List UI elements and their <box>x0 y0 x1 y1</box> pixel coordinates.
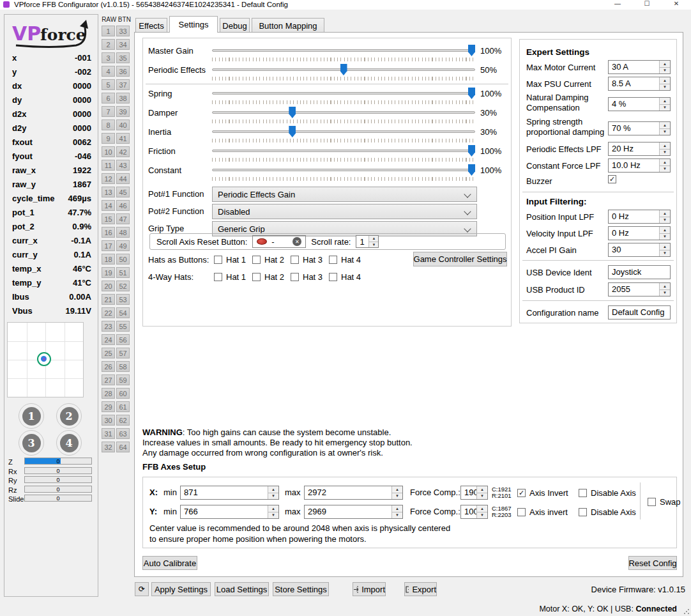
checkbox[interactable] <box>329 256 337 264</box>
slider-damper-handle[interactable] <box>289 107 296 118</box>
four-way-hats-hat-2[interactable]: Hat 2 <box>252 272 284 282</box>
spin-up-icon[interactable]: ▲ <box>660 243 670 250</box>
four-way-hats-hat-1[interactable]: Hat 1 <box>214 272 246 282</box>
spin-down-icon[interactable]: ▼ <box>477 512 487 519</box>
slider-constant-track[interactable] <box>212 169 475 171</box>
slider-spring-handle[interactable] <box>468 88 475 99</box>
spin-up-icon[interactable]: ▲ <box>660 227 670 234</box>
auto-calibrate-button[interactable]: Auto Calibrate <box>142 556 197 570</box>
spin-up-icon[interactable]: ▲ <box>660 122 670 129</box>
axis-y-max-spinbox[interactable]: 2969▲▼ <box>304 505 403 519</box>
spin-down-icon[interactable]: ▼ <box>392 493 402 500</box>
natural-damping-spinbox[interactable]: 4 %▲▼ <box>608 97 671 111</box>
spin-up-icon[interactable]: ▲ <box>660 210 670 217</box>
slider-master-gain-track[interactable] <box>212 49 475 52</box>
checkbox[interactable] <box>648 498 656 506</box>
periodic-effects-lpf-spinbox[interactable]: 20 Hz▲▼ <box>608 142 671 156</box>
scroll-axis-assignment[interactable]: -✕ <box>252 235 306 248</box>
hats-as-buttons-hat-3[interactable]: Hat 3 <box>291 254 323 265</box>
configuration-name-input[interactable]: Default Config <box>608 305 671 320</box>
hats-as-buttons-hat-4[interactable]: Hat 4 <box>329 254 361 265</box>
store-settings-button[interactable]: Store Settings <box>273 582 329 596</box>
spin-up-icon[interactable]: ▲ <box>477 486 487 493</box>
spin-up-icon[interactable]: ▲ <box>392 486 402 493</box>
velocity-input-lpf-spinbox[interactable]: 0 Hz▲▼ <box>608 226 671 240</box>
spin-up-icon[interactable]: ▲ <box>392 505 402 512</box>
spin-down-icon[interactable]: ▼ <box>268 493 278 500</box>
load-settings-button[interactable]: Load Settings <box>215 582 269 596</box>
spin-up-icon[interactable]: ▲ <box>268 486 278 493</box>
spin-up-icon[interactable]: ▲ <box>660 159 670 166</box>
spin-up-icon[interactable]: ▲ <box>268 505 278 512</box>
slider-inertia-handle[interactable] <box>289 126 296 137</box>
four-way-hats-hat-4[interactable]: Hat 4 <box>329 272 361 282</box>
slider-damper-track[interactable] <box>212 111 475 114</box>
checkbox[interactable] <box>291 273 299 281</box>
spin-down-icon[interactable]: ▼ <box>369 242 378 248</box>
game-controller-settings-button[interactable]: Game Controller Settings <box>413 252 507 266</box>
checkbox[interactable] <box>252 273 261 281</box>
axis-x-disable-checkbox[interactable]: Disable Axis <box>579 488 636 498</box>
axis-x-max-spinbox[interactable]: 2972▲▼ <box>304 486 403 500</box>
checkbox[interactable] <box>291 256 299 264</box>
spin-down-icon[interactable]: ▼ <box>477 493 487 500</box>
spin-down-icon[interactable]: ▼ <box>660 217 670 224</box>
usb-device-ident-input[interactable]: Joystick <box>608 265 671 279</box>
clear-assignment-icon[interactable]: ✕ <box>292 237 301 246</box>
tab-debug[interactable]: Debug <box>220 18 250 33</box>
checkbox[interactable] <box>579 489 587 497</box>
axis-x-invert-checkbox[interactable]: ✓Axis Invert <box>517 488 568 498</box>
buzzer-checkbox[interactable]: ✓ <box>608 175 616 183</box>
spin-down-icon[interactable]: ▼ <box>660 129 670 135</box>
checkbox[interactable] <box>579 508 587 516</box>
spin-down-icon[interactable]: ▼ <box>660 250 670 257</box>
close-button[interactable]: ✕ <box>662 0 691 10</box>
tab-settings[interactable]: Settings <box>169 16 218 33</box>
checkbox[interactable] <box>329 273 337 281</box>
hats-as-buttons-hat-1[interactable]: Hat 1 <box>214 254 246 265</box>
tab-button-mapping[interactable]: Button Mapping <box>252 18 324 33</box>
spin-down-icon[interactable]: ▼ <box>660 290 670 296</box>
axis-y-force-comp-spinbox[interactable]: 100▲▼ <box>460 505 488 519</box>
spin-down-icon[interactable]: ▼ <box>660 84 670 91</box>
spin-down-icon[interactable]: ▼ <box>392 512 402 519</box>
spin-up-icon[interactable]: ▲ <box>477 505 487 512</box>
position-input-lpf-spinbox[interactable]: 0 Hz▲▼ <box>608 210 671 224</box>
accel-pi-gain-spinbox[interactable]: 30▲▼ <box>608 243 671 257</box>
checkbox[interactable]: ✓ <box>517 489 526 497</box>
export-button[interactable]: Export <box>404 582 437 596</box>
max-psu-current-spinbox[interactable]: 8.5 A▲▼ <box>608 77 671 91</box>
slider-periodic-effects-handle[interactable] <box>340 64 347 75</box>
spin-down-icon[interactable]: ▼ <box>660 105 670 111</box>
axis-x-min-spinbox[interactable]: 871▲▼ <box>180 486 279 500</box>
apply-settings-button[interactable]: Apply Settings <box>151 582 211 596</box>
resize-grip[interactable] <box>683 608 690 615</box>
spin-down-icon[interactable]: ▼ <box>660 234 670 240</box>
maximize-button[interactable]: ☐ <box>632 0 662 10</box>
tab-effects[interactable]: Effects <box>135 18 167 33</box>
checkbox[interactable] <box>252 256 261 264</box>
slider-constant-handle[interactable] <box>468 164 475 176</box>
scroll-rate-spinbox[interactable]: 1▲▼ <box>356 235 379 248</box>
reset-config-button[interactable]: Reset Config <box>628 556 677 570</box>
minimize-button[interactable]: — <box>603 0 632 10</box>
four-way-hats-hat-3[interactable]: Hat 3 <box>291 272 323 282</box>
spin-down-icon[interactable]: ▼ <box>268 512 278 519</box>
spin-up-icon[interactable]: ▲ <box>660 77 670 84</box>
axis-y-disable-checkbox[interactable]: Disable Axis <box>579 507 636 517</box>
checkbox[interactable] <box>214 273 222 281</box>
axis-y-invert-checkbox[interactable]: Axis invert <box>517 507 568 517</box>
slider-spring-track[interactable] <box>212 92 475 95</box>
spin-up-icon[interactable]: ▲ <box>660 142 670 150</box>
axis-x-force-comp-spinbox[interactable]: 190▲▼ <box>460 486 488 500</box>
spin-down-icon[interactable]: ▼ <box>660 150 670 156</box>
checkbox[interactable] <box>214 256 222 264</box>
import-button[interactable]: Import <box>353 582 386 596</box>
hats-as-buttons-hat-2[interactable]: Hat 2 <box>252 254 284 265</box>
slider-inertia-track[interactable] <box>212 130 475 133</box>
spin-down-icon[interactable]: ▼ <box>660 68 670 74</box>
slider-master-gain-handle[interactable] <box>468 45 475 56</box>
constant-force-lpf-spinbox[interactable]: 10.0 Hz▲▼ <box>608 158 671 173</box>
swap-axes-checkbox[interactable]: Swap <box>648 497 681 507</box>
spin-up-icon[interactable]: ▲ <box>660 98 670 105</box>
